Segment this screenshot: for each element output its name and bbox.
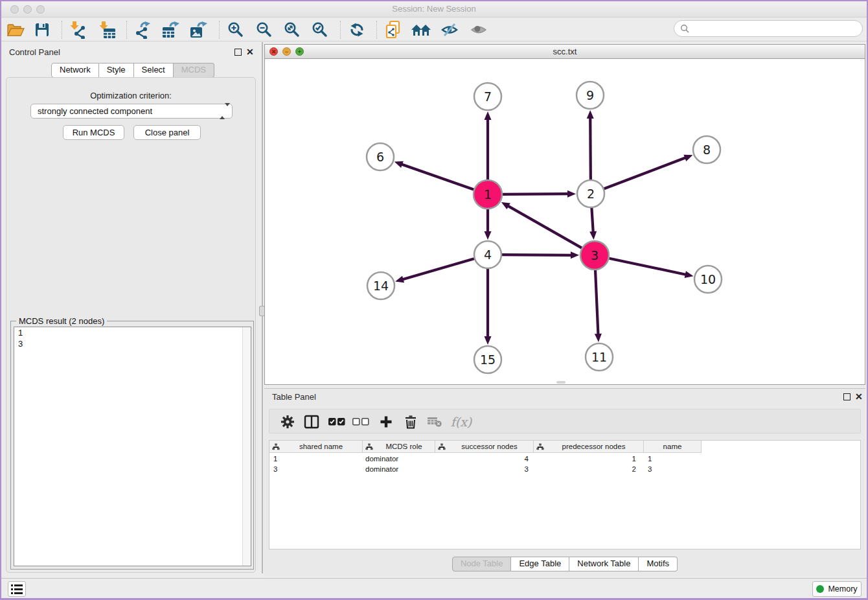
tab-mcds[interactable]: MCDS — [174, 63, 214, 78]
deselect-checkboxes-icon[interactable] — [351, 413, 371, 431]
refresh-layout-icon[interactable] — [346, 20, 368, 40]
function-builder-icon[interactable]: f(x) — [448, 413, 474, 431]
result-line: 3 — [14, 338, 251, 349]
toolbar-separator — [376, 21, 377, 39]
graph-node-label: 9 — [586, 88, 594, 102]
delete-table-icon[interactable] — [425, 413, 444, 431]
zoom-out-icon[interactable] — [253, 20, 275, 40]
import-table-icon[interactable] — [96, 20, 118, 40]
column-header-shared-name[interactable]: shared name — [269, 441, 363, 453]
canvas-scroll-grip[interactable] — [556, 381, 565, 384]
graph-node-label: 15 — [480, 352, 496, 367]
table-panel-float-button[interactable] — [843, 393, 851, 400]
export-table-icon[interactable] — [160, 20, 182, 40]
cell-name: 1 — [648, 454, 652, 464]
edge-2-to-9[interactable] — [590, 117, 591, 179]
tree-icon — [365, 443, 373, 450]
toolbar-separator — [126, 21, 127, 39]
graph-node-label: 7 — [484, 89, 492, 104]
zoom-fit-icon[interactable] — [281, 20, 303, 40]
hide-selected-icon[interactable] — [439, 20, 461, 40]
cell-shared-name: 1 — [273, 454, 277, 464]
edge-2-to-3[interactable] — [591, 208, 593, 233]
delete-column-trash-icon[interactable] — [401, 413, 420, 431]
table-panel-tabs: Node Table Edge Table Network Table Moti… — [264, 557, 865, 571]
edge-3-to-1[interactable] — [507, 205, 582, 248]
edge-3-to-11[interactable] — [595, 270, 598, 335]
export-image-icon[interactable] — [188, 20, 210, 40]
arrowhead-icon — [395, 276, 404, 283]
cell-successor-nodes: 4 — [435, 454, 529, 464]
network-canvas[interactable]: 7968124314101511 — [265, 59, 865, 384]
export-network-icon[interactable] — [131, 20, 154, 40]
toolbar-separator — [219, 21, 220, 39]
zoom-in-icon[interactable] — [225, 20, 247, 40]
tab-style[interactable]: Style — [99, 63, 134, 78]
table-toolbar: f(x) — [269, 409, 861, 433]
save-session-icon[interactable] — [31, 20, 53, 40]
table-panel-close-button[interactable]: ✕ — [855, 393, 863, 400]
arrowhead-icon — [683, 155, 692, 161]
edge-1-to-6[interactable] — [401, 164, 474, 189]
table-row[interactable]: 1 dominator 4 1 1 — [269, 454, 860, 464]
criterion-dropdown[interactable]: strongly connected component — [30, 104, 233, 119]
tab-network[interactable]: Network — [51, 63, 99, 78]
app-title: Session: New Session — [1, 4, 867, 14]
mcds-result-list[interactable]: 1 3 — [14, 327, 251, 566]
column-header-mcds-role[interactable]: MCDS role — [363, 441, 435, 453]
search-field[interactable] — [674, 20, 863, 37]
graph-node-label: 14 — [373, 279, 389, 293]
graph-node-label: 11 — [591, 350, 607, 364]
task-history-button[interactable] — [8, 581, 26, 597]
column-header-successor-nodes[interactable]: successor nodes — [435, 441, 534, 453]
edge-4-to-14[interactable] — [402, 259, 474, 279]
graph-node-label: 8 — [703, 143, 711, 157]
show-all-icon[interactable] — [468, 20, 490, 40]
tree-icon — [536, 443, 544, 450]
home-view-icon[interactable] — [410, 20, 432, 40]
search-input[interactable] — [689, 24, 851, 34]
cell-successor-nodes: 3 — [435, 464, 529, 474]
table-row[interactable]: 3 dominator 3 2 3 — [269, 464, 860, 474]
edge-3-to-10[interactable] — [610, 259, 687, 275]
graph-node-label: 10 — [700, 272, 716, 286]
graph-node-label: 3 — [591, 248, 599, 262]
memory-button[interactable]: Memory — [812, 581, 862, 597]
tab-network-table[interactable]: Network Table — [569, 557, 639, 571]
graph-node-label: 4 — [484, 248, 492, 262]
tab-motifs[interactable]: Motifs — [639, 557, 678, 571]
cell-predecessor-nodes: 2 — [534, 464, 636, 474]
run-mcds-button[interactable]: Run MCDS — [63, 125, 124, 140]
toolbar-separator — [62, 21, 62, 39]
tab-node-table[interactable]: Node Table — [452, 557, 512, 571]
split-columns-icon[interactable] — [302, 413, 321, 431]
control-panel-float-button[interactable] — [234, 49, 242, 56]
import-network-icon[interactable] — [67, 20, 89, 40]
tab-select[interactable]: Select — [134, 63, 174, 78]
result-scrollbar[interactable] — [242, 327, 251, 566]
add-column-icon[interactable] — [376, 413, 396, 431]
close-panel-button[interactable]: Close panel — [133, 125, 201, 140]
memory-label: Memory — [828, 584, 857, 594]
column-header-name[interactable]: name — [644, 441, 702, 453]
network-window-titlebar[interactable]: ✕ − + scc.txt — [265, 45, 865, 59]
edge-4-to-3[interactable] — [502, 255, 572, 255]
arrowhead-icon — [595, 334, 602, 342]
arrowhead-icon — [685, 271, 694, 278]
column-header-predecessor-nodes[interactable]: predecessor nodes — [534, 441, 644, 453]
control-panel-title: Control Panel — [9, 47, 60, 57]
edge-2-to-8[interactable] — [604, 157, 687, 189]
control-panel-tabs: Network Style Select MCDS — [51, 63, 214, 78]
main-toolbar — [1, 18, 867, 41]
settings-gear-icon[interactable] — [278, 413, 297, 431]
open-file-icon[interactable] — [5, 20, 27, 40]
node-table[interactable]: shared name MCDS role successor nodes pr… — [269, 440, 861, 549]
control-panel-close-button[interactable]: ✕ — [246, 48, 254, 56]
app-titlebar: Session: New Session — [1, 1, 867, 17]
tab-edge-table[interactable]: Edge Table — [511, 557, 569, 571]
zoom-selected-icon[interactable] — [309, 20, 331, 40]
clone-network-icon[interactable] — [382, 20, 404, 40]
select-all-checkboxes-icon[interactable] — [327, 413, 347, 431]
criterion-dropdown-value: strongly connected component — [38, 106, 152, 116]
edge-1-to-2[interactable] — [503, 194, 569, 194]
